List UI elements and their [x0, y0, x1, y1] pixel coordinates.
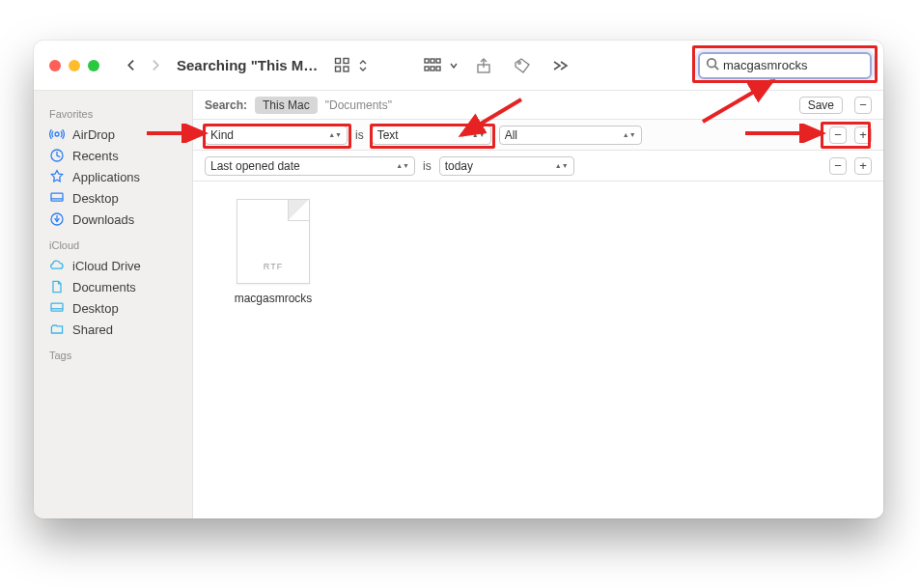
results-area: RTF macgasmrocks: [193, 182, 883, 518]
finder-window: Searching "This M…: [34, 41, 883, 518]
sidebar-section-icloud: iCloud: [34, 236, 192, 255]
icon-view-button[interactable]: [329, 52, 356, 79]
sidebar-item-icloud-drive[interactable]: iCloud Drive: [34, 255, 192, 276]
svg-point-13: [708, 59, 716, 68]
sidebar-section-tags: Tags: [34, 346, 192, 365]
remove-scope-button[interactable]: −: [854, 97, 872, 114]
svg-rect-0: [336, 58, 341, 63]
minimize-window[interactable]: [69, 60, 80, 71]
zoom-window[interactable]: [88, 60, 99, 71]
sidebar-item-desktop[interactable]: Desktop: [34, 187, 192, 209]
criteria-row-2: Last opened date ▲▼ is today ▲▼ − +: [193, 151, 883, 182]
file-ext-label: RTF: [237, 262, 309, 271]
search-scope-label: Search:: [205, 98, 247, 112]
svg-rect-6: [436, 59, 440, 63]
share-button[interactable]: [470, 52, 497, 79]
back-button[interactable]: [121, 54, 142, 77]
criteria-attr-select[interactable]: Kind ▲▼: [205, 126, 348, 145]
criteria-row-1: Kind ▲▼ is Text ▲▼ All ▲▼ − +: [193, 120, 883, 151]
search-icon: [706, 57, 719, 73]
svg-line-14: [715, 67, 719, 70]
sidebar-label: Downloads: [72, 212, 134, 227]
criteria-value: Text: [377, 128, 399, 142]
sidebar-label: Documents: [72, 280, 136, 294]
svg-rect-7: [425, 67, 429, 70]
nav-buttons: [121, 54, 165, 77]
criteria-value: today: [445, 159, 473, 173]
search-scope-bar: Search: This Mac "Documents" Save −: [193, 91, 883, 120]
group-by-menu[interactable]: [449, 52, 459, 79]
criteria-value-select[interactable]: Text ▲▼: [372, 126, 491, 145]
traffic-lights: [49, 60, 99, 71]
view-mode-menu[interactable]: [358, 52, 368, 79]
updown-icon: ▲▼: [472, 133, 486, 137]
tags-button[interactable]: [509, 52, 536, 79]
sidebar-item-recents[interactable]: Recents: [34, 145, 192, 166]
sidebar-item-airdrop[interactable]: AirDrop: [34, 124, 192, 145]
search-scope-thismac[interactable]: This Mac: [255, 97, 318, 114]
result-file[interactable]: RTF macgasmrocks: [220, 199, 326, 305]
svg-point-12: [518, 61, 521, 64]
updown-icon: ▲▼: [328, 133, 342, 137]
remove-criteria-button-2[interactable]: −: [829, 157, 847, 175]
criteria-extra-select[interactable]: All ▲▼: [499, 126, 642, 145]
group-by-button[interactable]: [420, 52, 447, 79]
save-search-button[interactable]: Save: [799, 97, 843, 114]
search-scope-documents[interactable]: "Documents": [325, 98, 392, 112]
sidebar-label: iCloud Drive: [72, 259, 141, 273]
criteria-value-select-2[interactable]: today ▲▼: [439, 156, 574, 176]
svg-rect-5: [431, 59, 434, 63]
view-mode-group: [329, 52, 368, 79]
criteria-extra-value: All: [505, 128, 517, 142]
svg-point-17: [55, 132, 59, 136]
main-content: Search: This Mac "Documents" Save − Kind…: [193, 91, 883, 518]
criteria-attr-value: Kind: [210, 128, 234, 142]
add-criteria-button[interactable]: +: [854, 126, 872, 144]
svg-rect-3: [344, 67, 348, 71]
sidebar-item-documents[interactable]: Documents: [34, 276, 192, 297]
sidebar: Favorites AirDrop Recents Applications D…: [34, 91, 193, 518]
criteria-attr-value: Last opened date: [210, 159, 300, 173]
window-title: Searching "This M…: [177, 57, 318, 73]
sidebar-label: Applications: [72, 170, 140, 184]
sidebar-label: AirDrop: [72, 127, 115, 142]
updown-icon: ▲▼: [396, 164, 409, 168]
sidebar-label: Recents: [72, 149, 119, 163]
svg-rect-4: [425, 59, 429, 63]
add-criteria-button-2[interactable]: +: [854, 157, 872, 175]
svg-rect-9: [436, 67, 440, 70]
svg-rect-2: [336, 67, 341, 71]
sidebar-item-desktop-icloud[interactable]: Desktop: [34, 297, 192, 319]
sidebar-label: Shared: [72, 322, 113, 337]
svg-rect-23: [51, 303, 63, 311]
sidebar-label: Desktop: [72, 191, 119, 206]
criteria-attr-select-2[interactable]: Last opened date ▲▼: [205, 156, 415, 176]
sidebar-item-downloads[interactable]: Downloads: [34, 209, 192, 230]
updown-icon: ▲▼: [623, 133, 636, 137]
group-by-group: [420, 52, 459, 79]
search-input[interactable]: [723, 58, 883, 72]
svg-rect-19: [51, 193, 63, 201]
updown-icon: ▲▼: [555, 164, 569, 168]
remove-criteria-button[interactable]: −: [829, 126, 847, 144]
search-field[interactable]: [698, 52, 872, 79]
toolbar-overflow[interactable]: [547, 52, 574, 79]
toolbar: Searching "This M…: [34, 41, 883, 91]
criteria-op: is: [423, 159, 432, 173]
svg-rect-1: [344, 58, 348, 63]
criteria-op: is: [355, 128, 364, 142]
forward-button[interactable]: [144, 54, 165, 77]
sidebar-section-favorites: Favorites: [34, 104, 192, 124]
close-window[interactable]: [49, 60, 61, 71]
sidebar-item-applications[interactable]: Applications: [34, 166, 192, 187]
file-name-label: macgasmrocks: [220, 292, 326, 305]
svg-rect-8: [431, 67, 434, 70]
sidebar-item-shared[interactable]: Shared: [34, 319, 192, 340]
sidebar-label: Desktop: [72, 301, 119, 316]
rtf-file-icon: RTF: [237, 199, 310, 284]
